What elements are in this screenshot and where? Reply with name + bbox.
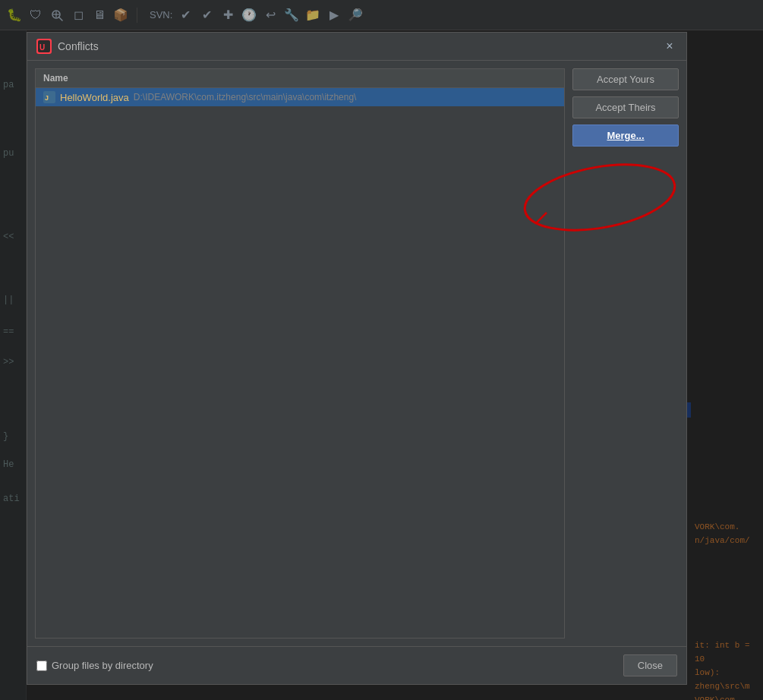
- dialog-bottom-row: Group files by directory Close: [27, 646, 686, 684]
- accept-theirs-button[interactable]: Accept Theirs: [572, 96, 679, 118]
- file-list-header: Name: [36, 69, 564, 88]
- merge-button[interactable]: Merge...: [572, 125, 679, 147]
- svg-text:J: J: [45, 94, 49, 102]
- accept-yours-button[interactable]: Accept Yours: [572, 68, 679, 90]
- file-item[interactable]: J HelloWorld.java D:\IDEAWORK\com.itzhen…: [36, 88, 564, 106]
- column-name: Name: [43, 73, 68, 84]
- file-list-body: J HelloWorld.java D:\IDEAWORK\com.itzhen…: [36, 88, 564, 638]
- group-by-dir-label: Group files by directory: [52, 660, 153, 671]
- dialog-content: Name J HelloWorld.java D:\IDEAWORK\com.i…: [27, 61, 686, 646]
- file-list-area: Name J HelloWorld.java D:\IDEAWORK\com.i…: [35, 68, 565, 639]
- dialog-titlebar: U Conflicts ×: [27, 33, 686, 61]
- svg-text:U: U: [39, 43, 45, 52]
- group-by-dir-row: Group files by directory: [36, 660, 153, 671]
- conflicts-dialog: U Conflicts × Name J Hel: [27, 32, 687, 685]
- dialog-app-icon: U: [36, 39, 52, 54]
- file-path: D:\IDEAWORK\com.itzheng\src\main\java\co…: [134, 92, 357, 102]
- group-by-dir-checkbox[interactable]: [36, 661, 47, 671]
- dialog-title-text: Conflicts: [58, 40, 662, 52]
- java-file-icon: J: [43, 91, 55, 103]
- file-name: HelloWorld.java: [60, 92, 129, 103]
- buttons-panel: Accept Yours Accept Theirs Merge...: [572, 68, 679, 639]
- close-button[interactable]: Close: [623, 654, 677, 676]
- dialog-close-button[interactable]: ×: [662, 39, 677, 54]
